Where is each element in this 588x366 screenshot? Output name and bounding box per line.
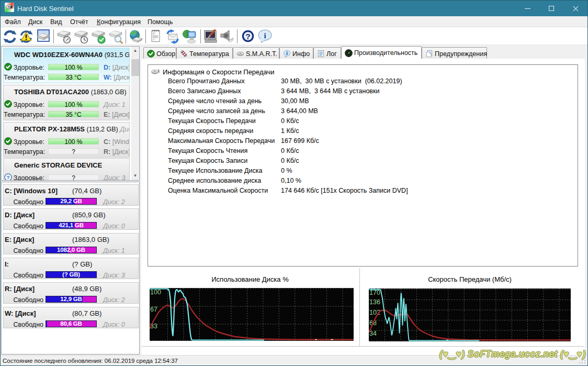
svg-text:67: 67: [150, 306, 157, 313]
svg-text:34: 34: [369, 330, 377, 337]
svg-text:136: 136: [369, 298, 380, 306]
svg-text:?: ?: [245, 32, 250, 41]
svg-text:i: i: [286, 51, 288, 56]
svg-text:i: i: [264, 31, 266, 40]
svg-text:100: 100: [150, 289, 161, 296]
svg-text:170: 170: [369, 289, 380, 296]
